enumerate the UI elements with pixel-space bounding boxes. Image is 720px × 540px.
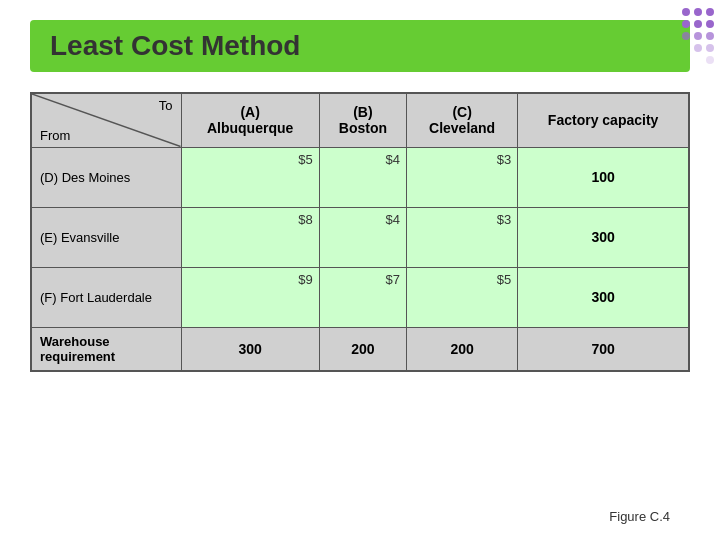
svg-point-9	[694, 44, 702, 52]
row-e-cost-a: $8	[181, 207, 319, 267]
row-d-cost-b: $4	[319, 147, 406, 207]
warehouse-req-b: 200	[319, 327, 406, 371]
warehouse-row: Warehouse requirement 300 200 200 700	[31, 327, 689, 371]
svg-point-10	[706, 44, 714, 52]
table-row: (E) Evansville $8 $4 $3 300	[31, 207, 689, 267]
svg-point-4	[694, 20, 702, 28]
col-c-header: (C) Cleveland	[407, 93, 518, 147]
col-c-line2: Cleveland	[429, 120, 495, 136]
col-b-line2: Boston	[339, 120, 387, 136]
col-b-line1: (B)	[353, 104, 372, 120]
to-label: To	[159, 98, 173, 113]
svg-point-1	[694, 8, 702, 16]
row-e-cost-b: $4	[319, 207, 406, 267]
table-header-row: To From (A) Albuquerque (B) Boston (C) C…	[31, 93, 689, 147]
row-f-cost-b: $7	[319, 267, 406, 327]
cost-table: To From (A) Albuquerque (B) Boston (C) C…	[30, 92, 690, 372]
row-e-capacity: 300	[518, 207, 689, 267]
col-a-line2: Albuquerque	[207, 120, 293, 136]
table-row: (D) Des Moines $5 $4 $3 100	[31, 147, 689, 207]
from-label: From	[40, 128, 70, 143]
svg-point-2	[706, 8, 714, 16]
col-a-header: (A) Albuquerque	[181, 93, 319, 147]
svg-point-3	[682, 20, 690, 28]
svg-point-7	[694, 32, 702, 40]
figure-label: Figure C.4	[609, 509, 670, 524]
dots-decoration	[636, 4, 716, 84]
col-b-header: (B) Boston	[319, 93, 406, 147]
row-d-cost-a: $5	[181, 147, 319, 207]
title-bar: Least Cost Method	[30, 20, 690, 72]
row-f-cost-a: $9	[181, 267, 319, 327]
svg-point-5	[706, 20, 714, 28]
main-table-container: To From (A) Albuquerque (B) Boston (C) C…	[30, 92, 690, 372]
row-f-cost-c: $5	[407, 267, 518, 327]
warehouse-req-a: 300	[181, 327, 319, 371]
col-a-line1: (A)	[240, 104, 259, 120]
warehouse-total: 700	[518, 327, 689, 371]
row-d-capacity: 100	[518, 147, 689, 207]
warehouse-label: Warehouse requirement	[31, 327, 181, 371]
from-to-header: To From	[31, 93, 181, 147]
row-e-label: (E) Evansville	[31, 207, 181, 267]
page-title: Least Cost Method	[50, 30, 300, 61]
svg-point-6	[682, 32, 690, 40]
svg-point-0	[682, 8, 690, 16]
row-f-capacity: 300	[518, 267, 689, 327]
warehouse-req-c: 200	[407, 327, 518, 371]
row-f-label: (F) Fort Lauderdale	[31, 267, 181, 327]
col-c-line1: (C)	[452, 104, 471, 120]
table-row: (F) Fort Lauderdale $9 $7 $5 300	[31, 267, 689, 327]
factory-capacity-header: Factory capacity	[518, 93, 689, 147]
svg-point-11	[706, 56, 714, 64]
row-d-label: (D) Des Moines	[31, 147, 181, 207]
svg-point-8	[706, 32, 714, 40]
row-d-cost-c: $3	[407, 147, 518, 207]
factory-capacity-label: Factory capacity	[548, 112, 659, 128]
row-e-cost-c: $3	[407, 207, 518, 267]
